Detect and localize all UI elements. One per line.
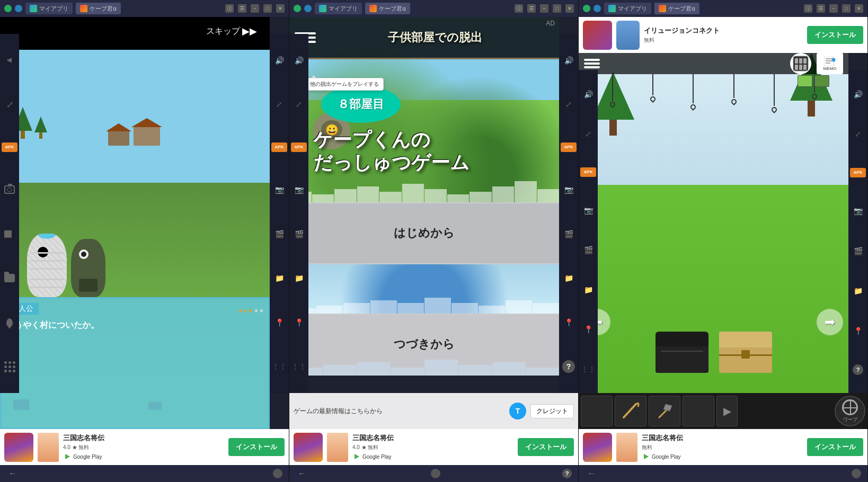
rside-expand-3[interactable]: ⤢ xyxy=(852,128,864,140)
maximize-btn-3[interactable]: □ xyxy=(842,4,851,13)
inv-slot-1[interactable] xyxy=(581,396,613,426)
dot-icon-3[interactable]: ⋮⋮ xyxy=(582,363,595,376)
p3-menu-btn[interactable] xyxy=(584,59,600,68)
vol-icon-2[interactable]: 🔊 xyxy=(293,54,305,67)
rside-folder-1[interactable]: 📁 xyxy=(273,272,286,284)
dotgrid-icon-1[interactable] xyxy=(3,360,16,373)
install-btn-3-top[interactable]: インストール xyxy=(807,26,863,44)
tab-cape-2[interactable]: ケープ君ɑ xyxy=(365,3,410,14)
inv-slot-3[interactable] xyxy=(649,396,680,426)
swatch-1[interactable] xyxy=(798,75,812,87)
inv-slot-4[interactable] xyxy=(683,396,714,426)
camera-icon-1[interactable] xyxy=(3,183,16,196)
menu-btn-2[interactable]: ☰ xyxy=(527,4,536,13)
tab-cape-1[interactable]: ケープ君ɑ xyxy=(76,3,121,14)
vid-icon-3[interactable]: 🎬 xyxy=(582,244,595,256)
rside-expand-2[interactable]: ⤢ xyxy=(562,98,575,111)
p2-credit-btn[interactable]: クレジット xyxy=(530,404,574,418)
install-btn-4[interactable]: インストール xyxy=(807,438,863,456)
install-btn-1[interactable]: インストール xyxy=(228,438,285,456)
info-btn-1[interactable]: ⓘ xyxy=(225,4,234,13)
gear-icon-1[interactable] xyxy=(273,469,282,478)
minimize-btn-2[interactable]: − xyxy=(540,4,548,13)
rside-apk-1[interactable]: APK xyxy=(271,142,287,152)
nav-back-1[interactable]: ← xyxy=(6,469,19,478)
question-icon-3[interactable]: ? xyxy=(853,364,863,375)
vol-icon-3[interactable]: 🔊 xyxy=(582,88,595,101)
gear-icon-2[interactable] xyxy=(431,469,440,478)
maximize-btn-2[interactable]: □ xyxy=(553,4,561,13)
rside-expand-1[interactable]: ⤢ xyxy=(273,98,286,111)
rside-cam-2[interactable]: 📷 xyxy=(562,183,575,196)
tab-cape-3[interactable]: ケープ君ɑ xyxy=(654,3,699,14)
inv-arrow-slot[interactable]: ▶ xyxy=(716,396,738,426)
expand-icon-2[interactable]: ⤢ xyxy=(293,98,305,111)
rside-loc-3[interactable]: 📍 xyxy=(852,325,864,337)
apk-badge-2[interactable]: APK xyxy=(291,142,307,152)
rside-vol-2[interactable]: 🔊 xyxy=(562,54,575,67)
game-viewport-2[interactable]: はじめから xyxy=(289,17,559,429)
rside-cam-1[interactable]: 📷 xyxy=(273,183,286,196)
tab-myapp-2[interactable]: マイアプリ xyxy=(315,3,362,14)
rside-folder-3[interactable]: 📁 xyxy=(852,284,864,297)
swatch-2[interactable] xyxy=(814,75,829,87)
location-icon-1[interactable] xyxy=(3,316,16,329)
rside-dots-1[interactable]: ⋮⋮ xyxy=(273,360,286,373)
loc-icon-3[interactable]: 📍 xyxy=(582,323,595,336)
question-icon-2[interactable]: ? xyxy=(562,360,575,373)
rside-vol-1[interactable]: 🔊 xyxy=(273,54,286,67)
menu-btn-3[interactable]: ☰ xyxy=(817,4,825,13)
maximize-btn-1[interactable]: □ xyxy=(263,4,272,13)
skip-button[interactable]: スキップ ▶▶ xyxy=(199,22,264,40)
menu-btn-1[interactable]: ☰ xyxy=(238,4,246,13)
question-2[interactable]: ? xyxy=(562,469,572,478)
inv-slot-2[interactable] xyxy=(615,396,646,426)
apk-badge-1[interactable]: APK xyxy=(2,142,17,152)
minimize-btn-1[interactable]: − xyxy=(251,4,259,13)
nav-back-2[interactable]: ← xyxy=(296,469,308,478)
rside-apk-3[interactable]: APK xyxy=(850,168,866,177)
p2-twitter-btn[interactable]: T xyxy=(509,403,526,419)
info-btn-2[interactable]: ⓘ xyxy=(515,4,523,13)
rside-vid-2[interactable]: 🎬 xyxy=(562,228,575,240)
expand-icon-3[interactable]: ⤢ xyxy=(582,128,595,140)
install-btn-2[interactable]: インストール xyxy=(518,438,574,456)
rside-apk-2[interactable]: APK xyxy=(561,142,577,152)
game-viewport-3[interactable]: MEMO xyxy=(579,53,848,429)
folder-icon-3[interactable]: 📁 xyxy=(582,283,595,296)
volume-icon-1[interactable] xyxy=(3,54,16,67)
p3-memo-btn[interactable]: MEMO xyxy=(817,53,843,74)
rside-vol-3[interactable]: 🔊 xyxy=(852,88,864,101)
expand-icon-1[interactable]: ⤢ xyxy=(3,98,16,111)
rside-loc-2[interactable]: 📍 xyxy=(562,316,575,329)
nav-back-3[interactable]: ← xyxy=(585,469,598,478)
folder-icon-2[interactable]: 📁 xyxy=(293,272,305,284)
cam-icon-3[interactable]: 📷 xyxy=(582,204,595,217)
rside-vid-1[interactable]: 🎬 xyxy=(273,228,286,240)
rside-vid-3[interactable]: 🎬 xyxy=(852,245,864,257)
dot-icon-2[interactable]: ⋮⋮ xyxy=(293,360,305,373)
info-btn-3[interactable]: ⓘ xyxy=(804,4,812,13)
tab-myapp-1[interactable]: マイアプリ xyxy=(25,3,73,14)
apk-badge-3[interactable]: APK xyxy=(580,167,596,177)
cam-icon-2[interactable]: 📷 xyxy=(293,183,305,196)
video-icon-1[interactable] xyxy=(3,228,16,240)
minimize-btn-3[interactable]: − xyxy=(829,4,838,13)
rside-loc-1[interactable]: 📍 xyxy=(273,316,286,329)
close-btn-2[interactable]: ✕ xyxy=(565,4,574,13)
p3-token-icon[interactable] xyxy=(790,53,811,74)
dialogue-box[interactable]: 主人公 ★ ★ ★ ★ ★ ようやく村についたか。 xyxy=(0,297,270,429)
close-btn-3[interactable]: ✕ xyxy=(855,4,863,13)
loc-icon-2[interactable]: 📍 xyxy=(293,316,305,329)
game-viewport-1[interactable]: スキップ ▶▶ 主人公 ★ ★ ★ ★ ★ xyxy=(0,17,270,429)
gear-icon-3[interactable] xyxy=(852,469,861,478)
p3-arrow-right[interactable]: ➡ xyxy=(817,309,843,335)
rside-cam-3[interactable]: 📷 xyxy=(852,204,864,217)
p3-warp-btn[interactable]: ワープ xyxy=(835,396,865,426)
vid-icon-2[interactable]: 🎬 xyxy=(293,228,305,240)
tab-myapp-3[interactable]: マイアプリ xyxy=(604,3,651,14)
rside-folder-2[interactable]: 📁 xyxy=(562,272,575,284)
folder-icon-1[interactable] xyxy=(3,272,16,284)
close-btn-1[interactable]: ✕ xyxy=(276,4,285,13)
chest-dark[interactable] xyxy=(656,331,708,373)
